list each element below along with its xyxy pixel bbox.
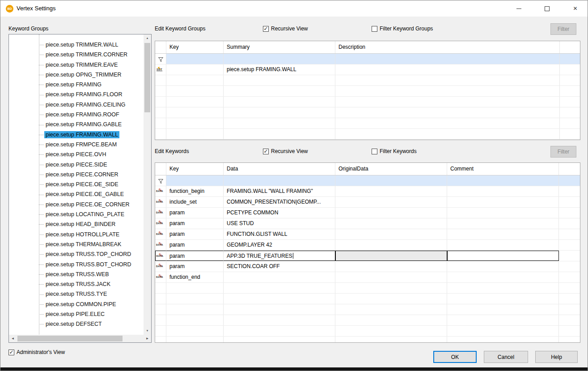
minimize-button[interactable] xyxy=(509,0,529,17)
table-cell xyxy=(447,208,559,218)
table-row[interactable] xyxy=(155,75,580,86)
table-row[interactable] xyxy=(155,283,580,294)
recursive-view-keywords-checkbox[interactable]: ✓ Recursive View xyxy=(263,148,308,154)
table-cell xyxy=(166,175,224,186)
table-row[interactable] xyxy=(155,118,580,129)
tree-item[interactable]: piece.setup FRAMING.WALL xyxy=(9,130,144,140)
table-row[interactable] xyxy=(155,294,580,304)
table-row[interactable] xyxy=(155,140,580,140)
vertical-scrollbar-thumb[interactable] xyxy=(144,43,150,112)
row-icon-cell: ↖SET xyxy=(155,64,166,75)
tree-vertical-scrollbar[interactable]: ▲ ▼ xyxy=(144,34,151,335)
set-icon: ↖SET xyxy=(156,64,165,74)
table-row[interactable]: ✎DATAparamPCETYPE COMMON xyxy=(155,208,580,218)
tree-item[interactable]: piece.setup FRAMING.FLOOR xyxy=(9,90,144,99)
scroll-up-icon[interactable]: ▲ xyxy=(144,34,151,42)
table-row[interactable]: ✎DATAinclude_setCOMMON_PRESENTATION|GEOM… xyxy=(155,197,580,208)
table-row[interactable]: ✎DATAfunction_end xyxy=(155,272,580,283)
edit-cell[interactable]: APP.3D TRUE_FEATURES xyxy=(224,251,335,261)
cancel-button[interactable]: Cancel xyxy=(484,351,528,363)
scroll-down-icon[interactable]: ▼ xyxy=(144,327,151,335)
tree-item[interactable]: piece.setup PIECE.CORNER xyxy=(9,170,144,179)
table-cell xyxy=(447,326,559,336)
tree-item[interactable]: piece.setup PIPE.ELEC xyxy=(9,309,144,319)
tree-item[interactable]: piece.setup TRUSS.WEB xyxy=(9,269,144,279)
help-button[interactable]: Help xyxy=(535,351,578,363)
tree-item[interactable]: piece.setup FRAMING xyxy=(9,80,144,90)
table-cell xyxy=(335,54,560,64)
tree-item[interactable]: piece.setup FRAMING.CEILING xyxy=(9,100,144,110)
tree-item-label: piece.setup OPNG_TRIMMER xyxy=(44,71,123,78)
table-cell: param xyxy=(166,208,224,218)
table-cell xyxy=(335,197,447,207)
app-logo-icon: BD xyxy=(6,5,13,13)
tree-item[interactable]: piece.setup DEFSECT xyxy=(9,319,144,329)
tree-item[interactable]: piece.setup FRMPCE.BEAM xyxy=(9,140,144,149)
table-row[interactable] xyxy=(155,326,580,337)
recursive-view-groups-checkbox[interactable]: ✓ Recursive View xyxy=(263,26,308,32)
table-row[interactable] xyxy=(155,304,580,315)
horizontal-scrollbar-thumb[interactable] xyxy=(17,336,123,341)
tree-item[interactable]: piece.setup PIECE.OE_GABLE xyxy=(9,189,144,199)
table-cell xyxy=(560,97,580,107)
tree-item[interactable]: piece.setup COMMON.PIPE xyxy=(9,299,144,309)
row-icon-cell xyxy=(155,86,166,96)
tree-item[interactable]: piece.setup HOTROLLPLATE xyxy=(9,230,144,239)
table-cell xyxy=(166,304,224,315)
tree-item[interactable]: piece.setup TRIMMER.CORNER xyxy=(9,50,144,60)
tree-item[interactable]: piece.setup TRIMMER.WALL xyxy=(9,40,144,50)
tree-item[interactable]: piece.setup HEAD_BINDER xyxy=(9,219,144,229)
tree-item[interactable]: piece.setup TRIMMER.EAVE xyxy=(9,60,144,70)
checkbox-box-icon: ✓ xyxy=(263,26,269,32)
table-cell xyxy=(335,240,447,250)
table-row[interactable]: ↖SETpiece.setup FRAMING.WALL xyxy=(155,64,580,75)
ok-button[interactable]: OK xyxy=(433,351,477,363)
scroll-left-icon[interactable]: ◀ xyxy=(9,335,17,342)
table-row[interactable]: ✎DATAparamAPP.3D TRUE_FEATURES xyxy=(155,251,580,261)
tree-item[interactable]: piece.setup TRUSS.TYE xyxy=(9,289,144,299)
table-cell: param xyxy=(166,261,224,272)
table-row[interactable] xyxy=(155,129,580,140)
table-row[interactable]: ✎DATAparamGEOMP.LAYER 42 xyxy=(155,240,580,251)
table-row[interactable]: ✎DATAparamSECTION.COAR OFF xyxy=(155,261,580,272)
tree-horizontal-scrollbar[interactable]: ◀ ▶ xyxy=(9,335,151,342)
filter-keywords-checkbox[interactable]: Filter Keywords xyxy=(372,148,417,154)
close-button[interactable]: ✕ xyxy=(565,0,585,17)
table-row[interactable] xyxy=(155,175,580,186)
keyword-groups-tree[interactable]: piece.setup TRIMMER.WALLpiece.setup TRIM… xyxy=(8,34,152,343)
table-row[interactable] xyxy=(155,107,580,118)
tree-item[interactable]: piece.setup TRUSS.BOT_CHORD xyxy=(9,260,144,269)
administrators-view-checkbox[interactable]: ✓ Administrator's View xyxy=(8,349,65,355)
table-row[interactable]: ✎DATAparamUSE STUD xyxy=(155,218,580,229)
table-cell xyxy=(335,218,447,229)
table-row[interactable] xyxy=(155,315,580,326)
filter-keyword-groups-checkbox[interactable]: Filter Keyword Groups xyxy=(372,26,433,32)
table-row[interactable] xyxy=(155,97,580,107)
tree-item[interactable]: piece.setup OPNG_TRIMMER xyxy=(9,70,144,80)
tree-item[interactable]: piece.setup FRAMING.GABLE xyxy=(9,119,144,129)
table-row[interactable]: ✎DATAparamFUNCTION.GLIST WALL xyxy=(155,229,580,240)
table-cell xyxy=(335,283,447,293)
filter-groups-button[interactable]: Filter xyxy=(550,23,576,35)
filter-icon xyxy=(158,56,164,64)
tree-item[interactable]: piece.setup PIECE.SIDE xyxy=(9,160,144,170)
tree-item[interactable]: piece.setup FRAMING.ROOF xyxy=(9,110,144,119)
tree-item[interactable]: piece.setup PIECE.OE_CORNER xyxy=(9,200,144,209)
maximize-button[interactable] xyxy=(537,0,557,17)
filter-keywords-button[interactable]: Filter xyxy=(550,146,576,158)
tree-item-label: piece.setup TRUSS.JACK xyxy=(44,281,112,288)
tree-item-label: piece.setup FRMPCE.BEAM xyxy=(44,141,118,148)
tree-item[interactable]: piece.setup PIECE.OVH xyxy=(9,149,144,159)
tree-item[interactable]: piece.setup THERMALBREAK xyxy=(9,239,144,249)
table-row[interactable] xyxy=(155,86,580,97)
table-row[interactable]: ✎DATAfunction_beginFRAMING.WALL "WALL FR… xyxy=(155,186,580,197)
table-cell xyxy=(559,261,580,272)
scroll-right-icon[interactable]: ▶ xyxy=(144,335,151,342)
table-row[interactable] xyxy=(155,54,580,64)
table-cell: PCETYPE COMMON xyxy=(224,208,335,218)
tree-item[interactable]: piece.setup TRUSS.JACK xyxy=(9,279,144,289)
tree-item[interactable]: piece.setup PIECE.OE_SIDE xyxy=(9,179,144,189)
tree-item[interactable]: piece.setup LOCATING_PLATE xyxy=(9,209,144,219)
table-row[interactable] xyxy=(155,337,580,343)
tree-item[interactable]: piece.setup TRUSS.TOP_CHORD xyxy=(9,249,144,259)
